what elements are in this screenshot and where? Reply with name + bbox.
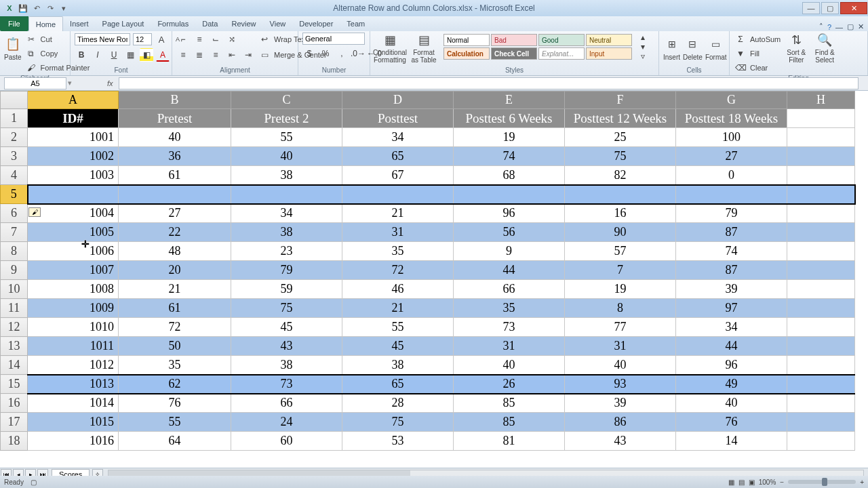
- cell-D16[interactable]: 28: [342, 394, 454, 413]
- currency-icon[interactable]: $: [302, 47, 316, 60]
- cell-H5[interactable]: [787, 185, 855, 204]
- select-all-corner[interactable]: [1, 92, 28, 109]
- cell-H9[interactable]: [787, 261, 855, 280]
- cell-A10[interactable]: 1008: [28, 280, 119, 299]
- cell-style-input[interactable]: Input: [586, 47, 632, 60]
- cell-H6[interactable]: [787, 204, 855, 223]
- cell-E15[interactable]: 26: [454, 375, 565, 394]
- cell-H4[interactable]: [787, 166, 855, 185]
- zoom-slider[interactable]: [788, 480, 856, 484]
- cell-A4[interactable]: 1003: [28, 166, 119, 185]
- cell-H16[interactable]: [787, 394, 855, 413]
- column-header-D[interactable]: D: [342, 92, 454, 109]
- row-header-4[interactable]: 4: [1, 166, 28, 185]
- cell-B16[interactable]: 76: [119, 394, 231, 413]
- row-header-9[interactable]: 9: [1, 261, 28, 280]
- cell-style-good[interactable]: Good: [538, 34, 585, 46]
- cell-G10[interactable]: 39: [676, 280, 787, 299]
- cell-B10[interactable]: 21: [119, 280, 231, 299]
- cell-F3[interactable]: 75: [565, 147, 676, 166]
- align-left-icon[interactable]: ≡: [176, 48, 190, 62]
- cell-E7[interactable]: 56: [454, 223, 565, 242]
- find-select-button[interactable]: 🔍Find & Select: [812, 33, 837, 64]
- row-header-1[interactable]: 1: [1, 109, 28, 128]
- cell-F11[interactable]: 8: [565, 299, 676, 318]
- grow-font-icon[interactable]: A: [155, 33, 168, 46]
- cell-B7[interactable]: 22: [119, 223, 231, 242]
- qat-dropdown-icon[interactable]: ▾: [58, 3, 69, 14]
- format-cells-button[interactable]: ▭Format: [705, 33, 727, 64]
- italic-icon[interactable]: I: [91, 48, 104, 62]
- cell-E6[interactable]: 96: [454, 204, 565, 223]
- cell-A5[interactable]: [28, 185, 119, 204]
- cell-A11[interactable]: 1009: [28, 299, 119, 318]
- font-size-input[interactable]: [133, 33, 152, 45]
- cell-D14[interactable]: 38: [342, 356, 454, 375]
- cell-E8[interactable]: 9: [454, 242, 565, 261]
- increase-indent-icon[interactable]: ⇥: [241, 48, 255, 62]
- column-header-C[interactable]: C: [231, 92, 342, 109]
- cell-F1[interactable]: Posttest 12 Weeks: [565, 109, 676, 128]
- column-header-E[interactable]: E: [454, 92, 565, 109]
- workbook-max-icon[interactable]: ▢: [847, 22, 854, 31]
- cell-G2[interactable]: 100: [676, 128, 787, 147]
- cell-E14[interactable]: 40: [454, 356, 565, 375]
- paste-button[interactable]: 📋 Paste: [4, 33, 22, 64]
- cell-F14[interactable]: 40: [565, 356, 676, 375]
- cell-B11[interactable]: 61: [119, 299, 231, 318]
- insert-options-smarttag[interactable]: 🖌: [28, 207, 41, 217]
- cell-style-check-cell[interactable]: Check Cell: [491, 47, 537, 60]
- cut-icon[interactable]: ✂: [24, 33, 38, 46]
- cell-style-explanat-[interactable]: Explanat...: [538, 47, 585, 60]
- row-header-11[interactable]: 11: [1, 299, 28, 318]
- cell-A16[interactable]: 1014: [28, 394, 119, 413]
- cell-C4[interactable]: 38: [231, 166, 342, 185]
- delete-cells-button[interactable]: ⊟Delete: [683, 33, 703, 64]
- cell-B2[interactable]: 40: [119, 128, 231, 147]
- cell-C12[interactable]: 45: [231, 318, 342, 337]
- file-tab[interactable]: File: [0, 16, 28, 31]
- cell-style-normal[interactable]: Normal: [443, 34, 490, 46]
- cell-D18[interactable]: 53: [342, 432, 454, 451]
- ribbon-minimize-icon[interactable]: ˄: [819, 22, 823, 31]
- cell-E9[interactable]: 44: [454, 261, 565, 280]
- cell-F7[interactable]: 90: [565, 223, 676, 242]
- column-header-A[interactable]: A: [28, 92, 119, 109]
- align-bottom-icon[interactable]: ⌙: [209, 33, 222, 46]
- cell-D1[interactable]: Posttest: [342, 109, 454, 128]
- formula-bar[interactable]: [119, 77, 859, 89]
- save-icon[interactable]: 💾: [18, 3, 28, 14]
- cell-F5[interactable]: [565, 185, 676, 204]
- cell-G4[interactable]: 0: [676, 166, 787, 185]
- cell-B18[interactable]: 64: [119, 432, 231, 451]
- fx-icon[interactable]: fx: [107, 79, 113, 87]
- cell-C1[interactable]: Pretest 2: [231, 109, 342, 128]
- cell-A12[interactable]: 1010: [28, 318, 119, 337]
- row-header-17[interactable]: 17: [1, 413, 28, 432]
- cell-style-neutral[interactable]: Neutral: [586, 34, 632, 46]
- cell-B5[interactable]: [119, 185, 231, 204]
- row-header-10[interactable]: 10: [1, 280, 28, 299]
- styles-down-icon[interactable]: ▾: [636, 42, 650, 52]
- cell-H18[interactable]: [787, 432, 855, 451]
- row-header-15[interactable]: 15: [1, 375, 28, 394]
- conditional-formatting-button[interactable]: ▦Conditional Formatting: [374, 33, 406, 64]
- row-header-13[interactable]: 13: [1, 337, 28, 356]
- format-painter-icon[interactable]: 🖌: [24, 61, 38, 75]
- cell-B13[interactable]: 50: [119, 337, 231, 356]
- cell-H8[interactable]: [787, 242, 855, 261]
- row-header-7[interactable]: 7: [1, 223, 28, 242]
- cell-C16[interactable]: 66: [231, 394, 342, 413]
- cell-D3[interactable]: 65: [342, 147, 454, 166]
- border-icon[interactable]: ▦: [123, 48, 137, 62]
- cell-C8[interactable]: 23: [231, 242, 342, 261]
- clear-icon[interactable]: ⌫: [734, 61, 747, 75]
- wrap-text-icon[interactable]: ↩: [258, 33, 271, 46]
- worksheet-grid[interactable]: ABCDEFGH1ID#PretestPretest 2PosttestPost…: [0, 91, 868, 468]
- tab-review[interactable]: Review: [224, 16, 262, 31]
- cell-D7[interactable]: 31: [342, 223, 454, 242]
- cell-D6[interactable]: 21: [342, 204, 454, 223]
- cell-G1[interactable]: Posttest 18 Weeks: [676, 109, 787, 128]
- zoom-out-icon[interactable]: −: [780, 479, 784, 486]
- styles-up-icon[interactable]: ▴: [636, 33, 650, 42]
